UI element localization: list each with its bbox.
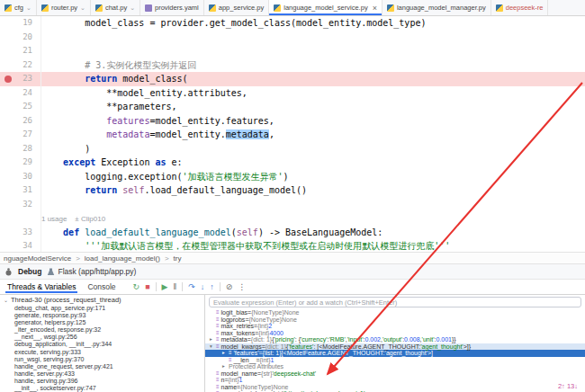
pin-icon[interactable]: ⌄ <box>80 4 86 12</box>
code-line[interactable]: 25 **parameters, <box>0 100 585 114</box>
chevron-right-icon[interactable]: ▸ <box>210 336 216 343</box>
resume-icon[interactable]: ▶ <box>162 282 168 291</box>
variable-name: name <box>221 384 238 391</box>
code-editor[interactable]: 19 model_class = provider.get_model_clas… <box>0 16 585 253</box>
mute-breakpoints-icon[interactable]: ⊘ <box>226 282 233 291</box>
stack-frame[interactable]: debug_chat, app_service.py:171 <box>0 305 204 312</box>
code-token <box>41 185 85 195</box>
breakpoint-icon[interactable] <box>4 76 12 83</box>
chevron-right-icon[interactable]: ▸ <box>222 363 229 370</box>
variable-row[interactable]: ▸≡metadata = {dict: 1} {'pricing': {'cur… <box>205 336 585 343</box>
code-line[interactable]: 31 return self.load_default_language_mod… <box>0 183 585 198</box>
line-number[interactable]: 27 <box>0 128 41 142</box>
code-line[interactable]: 21 <box>0 44 585 58</box>
line-number[interactable]: 29 <box>0 156 41 170</box>
line-number[interactable]: 33 <box>0 226 41 240</box>
code-line[interactable]: 32 <box>0 198 585 212</box>
breadcrumb-item[interactable]: load_language_model() <box>85 254 160 263</box>
breadcrumb-item[interactable]: nguageModelService <box>4 254 71 263</box>
code-line[interactable]: 33 def load_default_language_model(self)… <box>0 226 585 240</box>
step-out-icon[interactable]: ↑ <box>210 282 214 291</box>
variable-row[interactable]: ▾≡model_kwargs = {dict: 1} {'features': … <box>205 343 585 351</box>
variable-row[interactable]: ≡logprobs = {NoneType} None <box>205 316 585 324</box>
stack-frame[interactable]: handle_one_request, server.py:421 <box>0 363 204 370</box>
tab-providers.yaml[interactable]: providers.yaml <box>140 0 204 15</box>
tab-router.py[interactable]: router.py⌄ <box>37 0 91 15</box>
stack-frame[interactable]: generate, response.py:93 <box>0 312 204 319</box>
line-number[interactable]: 21 <box>0 44 41 58</box>
stack-frame[interactable]: run_wsgi, serving.py:370 <box>0 356 204 363</box>
close-tab-icon[interactable]: × <box>373 4 377 13</box>
chevron-right-icon[interactable]: ▸ <box>222 350 229 357</box>
code-line[interactable]: 19 model_class = provider.get_model_clas… <box>0 16 585 31</box>
line-number[interactable]: 31 <box>0 183 41 198</box>
variable-row[interactable]: ≡n = {int} 1 <box>205 377 585 384</box>
code-line[interactable]: 30 logging.exception('加载语言模型发生异常') <box>0 170 585 184</box>
tab-app_service.py[interactable]: app_service.py <box>204 0 269 15</box>
variable-row[interactable]: ≡model_name = {str} 'deepseek-chat' <box>205 370 585 378</box>
line-number[interactable]: 28 <box>0 142 41 156</box>
stack-frame[interactable]: generator, helpers.py:125 <box>0 319 204 326</box>
stack-frame[interactable]: handle, server.py:433 <box>0 370 204 378</box>
code-text: ) <box>41 142 585 156</box>
stack-frame[interactable]: execute, serving.py:333 <box>0 349 204 356</box>
debug-panel-title[interactable]: Debug <box>18 267 41 276</box>
stack-frame[interactable]: handle, serving.py:396 <box>0 378 204 385</box>
run-configuration[interactable]: Flask (app/http/app.py) <box>47 267 136 276</box>
variable-row[interactable]: ≡logit_bias = {NoneType} None <box>205 309 585 316</box>
tab-language_model_manager.py[interactable]: language_model_manager.py <box>382 0 491 15</box>
variable-row[interactable]: ≡max_retries = {int} 2 <box>205 323 585 330</box>
variable-row[interactable]: ≡name = {NoneType} None <box>205 384 585 391</box>
pause-icon[interactable]: ‖ <box>173 282 176 291</box>
thread-selector[interactable]: ⌄ Thread-30 (process_request_thread) <box>0 296 204 305</box>
step-over-icon[interactable]: ↷ <box>188 282 195 291</box>
line-number[interactable]: 20 <box>0 31 41 45</box>
variable-value: 2 <box>268 323 272 330</box>
stack-frame[interactable]: __next__, wsgi.py:256 <box>0 334 204 341</box>
code-line[interactable]: 27 metadata=model_entity.metadata, <box>0 128 585 142</box>
code-line[interactable]: 20 <box>0 31 585 45</box>
line-number[interactable]: 26 <box>0 114 41 129</box>
variable-row[interactable]: ≡__len__ = {int} 1 <box>205 357 585 364</box>
code-line[interactable]: 28 ) <box>0 142 585 156</box>
stack-frame[interactable]: debug_application, __init__.py:344 <box>0 341 204 348</box>
line-number[interactable]: 22 <box>0 58 41 73</box>
stack-frame[interactable]: __init__, socketserver.py:747 <box>0 385 204 392</box>
line-number[interactable]: 30 <box>0 170 41 184</box>
debug-tab-console[interactable]: Console <box>86 281 117 293</box>
tab-cfg[interactable]: cfg ⌄ <box>0 0 37 15</box>
rerun-debug-icon[interactable]: ↻ <box>133 282 140 291</box>
tab-deepseek-re[interactable]: deepseek-re <box>491 0 549 15</box>
line-number[interactable]: 32 <box>0 198 41 212</box>
tab-chat.py[interactable]: chat.py⌄ <box>91 0 140 15</box>
code-line[interactable]: 1 usage ± Clip010 <box>0 211 585 226</box>
line-number[interactable]: 25 <box>0 100 41 114</box>
line-number[interactable]: 19 <box>0 16 41 31</box>
code-token <box>41 227 63 237</box>
step-into-icon[interactable]: ↓ <box>201 282 205 291</box>
more-options-icon[interactable]: ⋮ <box>238 282 246 291</box>
line-number[interactable]: 34 <box>0 239 41 253</box>
line-number[interactable] <box>0 211 41 226</box>
breadcrumb-item[interactable]: try <box>174 254 182 263</box>
code-line[interactable]: 26 features=model_entity.features, <box>0 114 585 129</box>
stop-icon[interactable]: ■ <box>145 282 149 291</box>
git-status-widget[interactable]: 2↑ 13↓ <box>558 382 578 390</box>
evaluate-expression-input[interactable] <box>209 297 581 307</box>
variable-row[interactable]: ≡max_tokens = {int} 4000 <box>205 330 585 337</box>
code-line[interactable]: 22 # 3.实例化模型实例并返回 <box>0 58 585 73</box>
code-line[interactable]: 24 **model_entity.attributes, <box>0 86 585 101</box>
code-line[interactable]: 23 return model_class( <box>0 72 585 86</box>
variable-row[interactable]: ▸Protected Attributes <box>205 363 585 370</box>
variable-row[interactable]: ▸≡'features' = {list: 1} [<ModelFeature.… <box>205 350 585 357</box>
chevron-down-icon[interactable]: ▾ <box>210 343 216 351</box>
stack-frame[interactable]: _iter_encoded, response.py:32 <box>0 326 204 334</box>
code-line[interactable]: 29 except Exception as e: <box>0 156 585 170</box>
debug-tab-threads-variables[interactable]: Threads & Variables <box>5 281 77 293</box>
variable-value: 'input' <box>347 336 364 343</box>
code-line[interactable]: 34 '''加载默认语言模型，在模型管理器中获取不到模型或在启动时使用默认模型进… <box>0 239 585 253</box>
line-number[interactable]: 23 <box>0 72 41 86</box>
line-number[interactable]: 24 <box>0 86 41 101</box>
pin-icon[interactable]: ⌄ <box>130 4 135 12</box>
tab-language_model_service.py[interactable]: language_model_service.py× <box>269 0 382 15</box>
